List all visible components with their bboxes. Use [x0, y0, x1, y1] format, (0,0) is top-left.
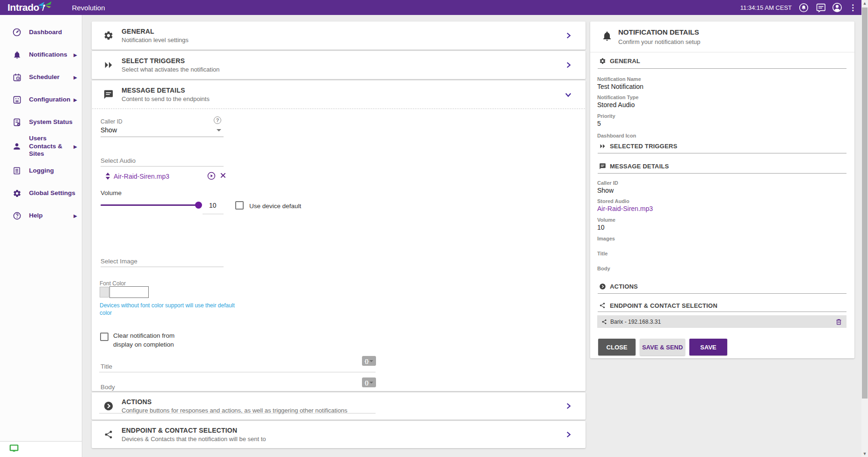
sidebar-item-label: Dashboard — [29, 29, 76, 36]
sidebar-item-configuration[interactable]: Configuration ▶ — [0, 88, 82, 111]
panel-title: ACTIONS — [122, 398, 347, 406]
circle-arrow-icon — [599, 283, 606, 290]
body-field-label[interactable]: Body — [101, 384, 115, 391]
sidebar-item-logging[interactable]: Logging — [0, 160, 82, 182]
slider-thumb[interactable] — [195, 202, 202, 209]
font-color-swatch[interactable] — [100, 287, 109, 297]
panel-subtitle: Content to send to the endpoints — [122, 95, 210, 102]
gauge-icon — [12, 28, 22, 37]
alarm-icon[interactable] — [798, 2, 809, 13]
volume-label: Volume — [101, 189, 122, 196]
panel-title: GENERAL — [122, 28, 188, 35]
log-list-icon — [12, 166, 22, 175]
clear-notification-checkbox[interactable] — [100, 333, 108, 341]
sidebar-item-system-status[interactable]: System Status — [0, 111, 82, 133]
sidebar-item-label: Logging — [29, 167, 76, 175]
close-icon[interactable] — [219, 172, 227, 179]
body-token-button[interactable]: {} — [362, 377, 376, 387]
bell-icon — [12, 50, 22, 59]
scroll-up-icon[interactable]: ▲ — [861, 0, 868, 7]
panel-general-header[interactable]: GENERAL Notification level settings — [92, 22, 586, 50]
help-icon — [12, 211, 22, 220]
font-color-input[interactable] — [109, 286, 149, 298]
panel-general: GENERAL Notification level settings — [92, 22, 586, 50]
scrollbar-thumb[interactable] — [862, 7, 868, 399]
chevron-right-icon[interactable] — [564, 31, 572, 40]
sidebar-item-scheduler[interactable]: Scheduler ▶ — [0, 66, 82, 88]
audio-file-link[interactable]: Air-Raid-Siren.mp3 — [114, 173, 169, 180]
sort-icon[interactable] — [105, 173, 111, 180]
sidebar-item-notifications[interactable]: Notifications ▶ — [0, 44, 82, 66]
chevron-down-icon[interactable] — [564, 90, 572, 99]
details-endpoint-heading: ENDPOINT & CONTACT SELECTION — [599, 302, 717, 309]
double-arrow-icon — [599, 142, 606, 150]
chevron-right-icon[interactable] — [564, 61, 572, 69]
sidebar-item-help[interactable]: Help ▶ — [0, 204, 82, 227]
sidebar-item-global-settings[interactable]: Global Settings — [0, 182, 82, 204]
endpoint-device-row[interactable]: Barix - 192.168.3.31 — [597, 315, 846, 328]
field-value: 5 — [597, 120, 601, 127]
app-title: Revolution — [72, 4, 105, 12]
details-actions-heading: ACTIONS — [599, 283, 638, 290]
logo-text: Intrado — [7, 0, 39, 15]
sidebar-item-label: Global Settings — [29, 189, 76, 197]
sidebar-item-dashboard[interactable]: Dashboard — [0, 21, 82, 44]
scroll-down-icon[interactable]: ▼ — [861, 450, 868, 457]
trash-icon[interactable] — [835, 318, 842, 326]
details-title: NOTIFICATION DETAILS — [618, 28, 699, 36]
panel-select-triggers-header[interactable]: SELECT TRIGGERS Select what activates th… — [92, 51, 586, 79]
save-and-send-button[interactable]: SAVE & SEND — [640, 339, 685, 355]
chevron-right-icon: ▶ — [73, 52, 77, 58]
help-icon[interactable]: ? — [214, 116, 221, 124]
panel-message-details-header[interactable]: MESSAGE DETAILS Content to send to the e… — [92, 80, 586, 109]
panel-actions: ACTIONS Configure buttons for responses … — [92, 392, 586, 420]
monitor-icon[interactable] — [9, 444, 19, 455]
field-label: Volume — [597, 217, 615, 223]
details-subtitle: Confirm your notification setup — [618, 38, 701, 45]
details-general-heading: GENERAL — [599, 57, 640, 65]
clear-notification-label: Clear notification from display on compl… — [113, 332, 195, 349]
person-icon — [12, 142, 22, 151]
sidebar-item-users-contacts-sites[interactable]: Users Contacts & Sites ▶ — [0, 133, 82, 160]
caller-id-value: Show — [101, 126, 117, 134]
share-icon — [599, 302, 606, 309]
save-button[interactable]: SAVE — [689, 339, 727, 355]
panel-title: ENDPOINT & CONTACT SELECTION — [122, 427, 266, 434]
panel-actions-header[interactable]: ACTIONS Configure buttons for responses … — [92, 392, 586, 420]
account-icon[interactable] — [832, 2, 842, 13]
sidebar-item-label: System Status — [29, 118, 76, 126]
share-icon — [103, 429, 114, 440]
panel-title: SELECT TRIGGERS — [122, 57, 220, 65]
field-label: Body — [597, 266, 610, 271]
document-check-icon — [12, 117, 22, 127]
panel-endpoint-header[interactable]: ENDPOINT & CONTACT SELECTION Devices & C… — [92, 421, 586, 448]
volume-value[interactable]: 10 — [209, 202, 217, 209]
chevron-down-icon — [217, 129, 221, 131]
use-device-default-checkbox[interactable] — [235, 201, 244, 210]
sidebar-footer — [0, 441, 82, 457]
font-color-label: Font Color — [100, 280, 126, 287]
gear-icon — [12, 189, 22, 198]
page-scrollbar[interactable]: ▲ ▼ — [861, 0, 868, 457]
select-audio-label[interactable]: Select Audio — [101, 157, 136, 164]
content-area: GENERAL Notification level settings SELE… — [82, 15, 861, 457]
control-panel-icon — [12, 95, 22, 104]
chevron-right-icon: ▶ — [73, 144, 77, 149]
notification-editor: GENERAL Notification level settings SELE… — [92, 22, 586, 448]
chevron-right-icon[interactable] — [564, 430, 572, 439]
chat-icon[interactable] — [815, 2, 825, 13]
notification-details-panel: NOTIFICATION DETAILS Confirm your notifi… — [590, 22, 854, 358]
select-image-label[interactable]: Select Image — [101, 258, 137, 265]
title-token-button[interactable]: {} — [362, 356, 376, 366]
chevron-right-icon[interactable] — [564, 402, 572, 410]
share-icon — [601, 319, 607, 325]
more-menu-icon[interactable]: ⋮ — [849, 4, 857, 12]
stored-audio-link[interactable]: Air-Raid-Siren.mp3 — [597, 205, 653, 212]
panel-select-triggers: SELECT TRIGGERS Select what activates th… — [92, 51, 586, 79]
close-button[interactable]: CLOSE — [598, 339, 636, 355]
chevron-down-icon — [369, 360, 373, 362]
title-field-label[interactable]: Title — [101, 363, 112, 370]
gear-icon — [599, 57, 606, 65]
font-color-hint[interactable]: Devices without font color support will … — [100, 302, 238, 317]
play-icon[interactable] — [207, 172, 216, 180]
